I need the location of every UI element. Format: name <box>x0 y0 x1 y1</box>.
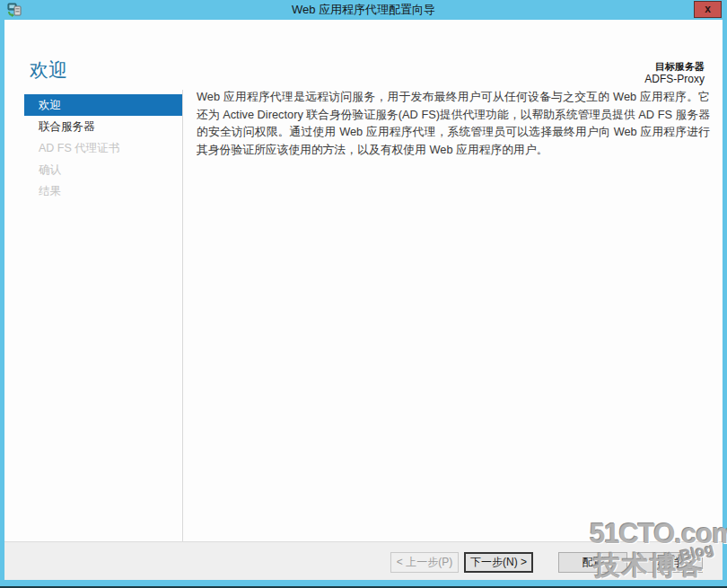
page-title: 欢迎 <box>30 57 67 83</box>
configure-button[interactable]: 配置 <box>558 552 627 573</box>
next-button[interactable]: 下一步(N) > <box>464 552 533 573</box>
close-icon[interactable]: x <box>694 1 722 18</box>
sidebar-item-adfs-proxy-certificate: AD FS 代理证书 <box>24 137 182 159</box>
target-server-name: ADFS-Proxy <box>644 73 705 85</box>
cancel-button[interactable]: 取消 <box>634 552 703 573</box>
sidebar-item-welcome[interactable]: 欢迎 <box>24 94 182 116</box>
target-server-block: 目标服务器 ADFS-Proxy <box>644 61 705 85</box>
welcome-description: Web 应用程序代理是远程访问服务，用于发布最终用户可从任何设备与之交互的 We… <box>197 88 710 158</box>
window-bottom-border <box>0 580 727 586</box>
previous-button: < 上一步(P) <box>390 552 459 573</box>
sidebar-divider <box>182 90 183 541</box>
sidebar-item-federation-server[interactable]: 联合服务器 <box>24 116 182 137</box>
target-server-label: 目标服务器 <box>644 61 705 73</box>
sidebar-item-confirmation: 确认 <box>24 159 182 180</box>
sidebar-item-results: 结果 <box>24 180 182 202</box>
title-bar[interactable]: Web 应用程序代理配置向导 x <box>0 0 727 20</box>
window-title: Web 应用程序代理配置向导 <box>0 0 727 20</box>
wizard-window: Web 应用程序代理配置向导 x 欢迎 目标服务器 ADFS-Proxy 欢迎 … <box>0 0 727 588</box>
